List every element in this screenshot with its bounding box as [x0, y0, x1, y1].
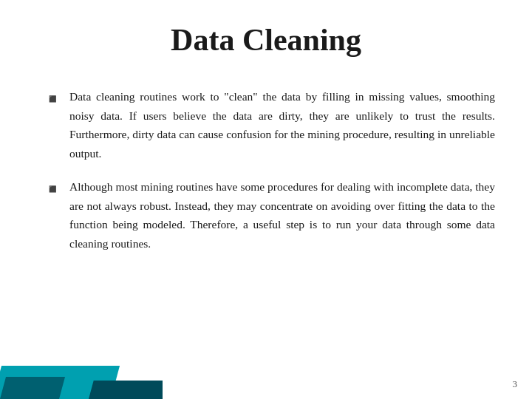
bullet-symbol-1: ◾: [44, 89, 61, 111]
bullet-item-1: ◾ Data cleaning routines work to "clean"…: [44, 87, 495, 163]
slide: Data Cleaning ◾ Data cleaning routines w…: [0, 0, 532, 399]
slide-title: Data Cleaning: [37, 22, 495, 58]
content-area: ◾ Data cleaning routines work to "clean"…: [37, 87, 495, 362]
bullet-symbol-2: ◾: [44, 179, 61, 201]
bullet-text-1: Data cleaning routines work to "clean" t…: [69, 87, 495, 163]
bullet-item-2: ◾ Although most mining routines have som…: [44, 177, 495, 253]
page-number: 3: [513, 378, 518, 390]
bullet-text-2: Although most mining routines have some …: [69, 177, 495, 253]
deco-shape-dark: [0, 377, 65, 399]
deco-shape-darkest: [89, 381, 163, 399]
title-area: Data Cleaning: [37, 22, 495, 65]
bottom-decoration: [0, 358, 163, 399]
